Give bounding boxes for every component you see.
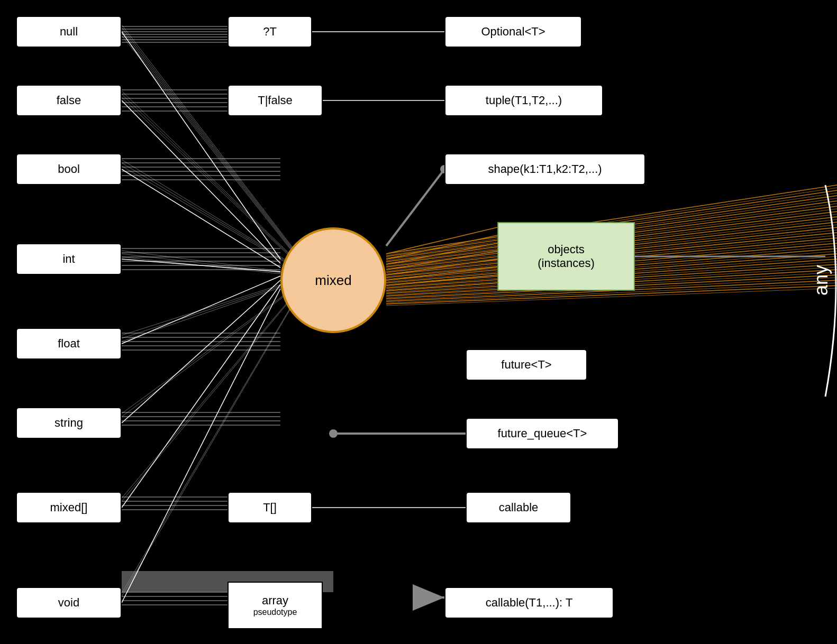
float-node: float	[16, 328, 122, 360]
int-node: int	[16, 243, 122, 275]
null-node: null	[16, 16, 122, 48]
optional-T-node: Optional<T>	[444, 16, 582, 48]
tuple-T-node: tuple(T1,T2,...)	[444, 85, 603, 116]
mixed-arr-node: mixed[]	[16, 492, 122, 523]
future-T-node: future<T>	[466, 349, 587, 381]
callable-T-node: callable(T1,...): T	[444, 587, 614, 619]
svg-rect-0	[0, 0, 837, 644]
false-node: false	[16, 85, 122, 116]
callable-node: callable	[466, 492, 571, 523]
T-false-node: T|false	[228, 85, 323, 116]
shape-T-node: shape(k1:T1,k2:T2,...)	[444, 153, 645, 185]
bool-node: bool	[16, 153, 122, 185]
svg-point-117	[329, 429, 338, 438]
mixed-circle: mixed	[280, 227, 386, 333]
objects-instances-box: objects(instances)	[497, 222, 635, 291]
diagram-svg	[0, 0, 837, 644]
string-node: string	[16, 407, 122, 439]
diagram-container: null false bool int float string mixed[]…	[0, 0, 837, 644]
future-queue-T-node: future_queue<T>	[466, 418, 619, 449]
T-arr-node: T[]	[228, 492, 312, 523]
array-pseudo-node: array pseudotype	[228, 582, 323, 629]
qT-node: ?T	[228, 16, 312, 48]
void-node: void	[16, 587, 122, 619]
any-label: any	[805, 201, 837, 360]
